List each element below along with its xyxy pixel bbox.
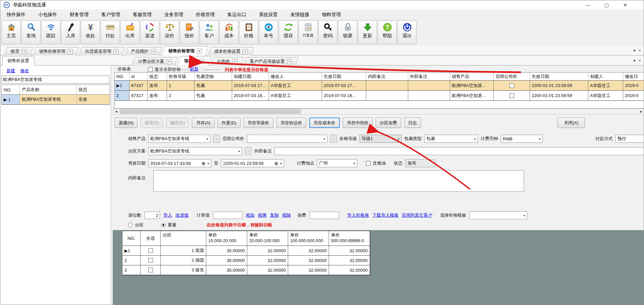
page-tab-2[interactable]: 公布价× <box>211 57 244 66</box>
tab-close-icon[interactable]: × <box>114 49 119 54</box>
column-header[interactable]: 启用公布价 <box>494 73 530 81</box>
close-page-button[interactable]: 关闭(X) <box>557 118 585 128</box>
table-row[interactable]: ▶ 1欧洲FBA空加派专线生效 <box>2 95 110 104</box>
zone-plan-select[interactable]: 欧洲FBA空加派专线▾ <box>148 147 242 155</box>
download-template-link[interactable]: 下载导入模板 <box>372 212 398 218</box>
multiply-link[interactable]: 相乘 <box>258 212 267 218</box>
toolbar-key-button[interactable]: 密码 <box>318 20 337 44</box>
toolbar-people-button[interactable]: 客户 <box>200 20 219 44</box>
column-header[interactable]: 包裹货物 <box>195 73 232 81</box>
menu-item-10[interactable]: 物料管理 <box>316 9 347 19</box>
column-header[interactable]: 销售产品 <box>450 73 494 81</box>
tab-close-icon[interactable]: × <box>243 49 248 54</box>
tab-close-icon[interactable]: × <box>151 49 156 54</box>
page-tab-3[interactable]: 客户产品等级设置× <box>244 57 299 66</box>
tab-close-icon[interactable]: × <box>232 59 237 64</box>
weight-radio[interactable]: 重量 <box>161 222 176 228</box>
action-button-7[interactable]: 另存成本价 <box>309 118 340 128</box>
price-cell[interactable]: 32.00000 <box>247 256 288 265</box>
internal-note-textarea[interactable] <box>153 170 524 192</box>
toolbar-lock-button[interactable]: 锁屏 <box>338 20 357 44</box>
price-cell[interactable]: 35.00000 <box>206 246 247 256</box>
product-filter-input[interactable]: 欧洲FBA空加派专线 <box>1 76 109 84</box>
valid-to-datepicker[interactable]: 2200-01-01 23:59:59 ▦▾ <box>221 159 284 167</box>
action-button-6[interactable]: 另存协议价 <box>276 118 306 128</box>
price-cell[interactable]: 32.00000 <box>288 265 329 275</box>
menu-item-3[interactable]: 客户管理 <box>95 9 126 19</box>
publish-price-checkbox[interactable] <box>509 93 514 98</box>
column-header[interactable]: NO. <box>115 73 129 81</box>
action-button-2[interactable]: 确定(C) <box>166 118 189 128</box>
toolbar-yen-button[interactable]: ¥收款 <box>81 20 100 44</box>
doc-tab-3[interactable]: 产品维护× <box>125 47 162 55</box>
edit-product-link[interactable]: 修改 <box>20 68 29 74</box>
publish-price-more-button[interactable]: · <box>330 135 337 143</box>
toolbar-refresh-button[interactable]: 缓存 <box>279 20 298 44</box>
menu-item-4[interactable]: 客服管理 <box>126 9 158 19</box>
doc-tab-1[interactable]: 销售价格管理× <box>33 47 79 55</box>
action-button-3[interactable]: 另存(A) <box>192 118 214 128</box>
refresh-link[interactable]: 刷新 <box>190 66 199 72</box>
zone-grid-row[interactable]: 33 捷克35.0000032.0000032.0000032.00000 <box>122 265 370 275</box>
toolbar-scanner-button[interactable]: 入库 <box>61 20 80 44</box>
menu-item-6[interactable]: 价格管理 <box>190 9 221 19</box>
toolbar-card-button[interactable]: 付款 <box>101 20 120 44</box>
menu-item-8[interactable]: 系统设置 <box>253 9 284 19</box>
column-header[interactable]: id <box>129 73 148 81</box>
doc-tab-5[interactable]: 成本价格设置× <box>208 47 254 55</box>
price-cell[interactable]: 32.00000 <box>288 246 329 256</box>
scrollbar-thumb[interactable] <box>120 109 301 114</box>
row-select-checkbox[interactable] <box>148 258 153 263</box>
row-select-checkbox[interactable] <box>148 248 153 253</box>
scroll-left-icon[interactable]: ◀ <box>113 109 119 114</box>
add-link[interactable]: 相加 <box>246 212 255 218</box>
price-cell[interactable]: 32.00000 <box>247 246 288 256</box>
tab-close-icon[interactable]: × <box>68 49 73 54</box>
sales-product-select[interactable]: 欧洲FBA空加派专线▾ <box>148 135 210 143</box>
price-grid-row[interactable]: ▶167337发布1包裹2019-07-03 17...A华磊甘工2019-07… <box>115 81 644 91</box>
price-cell[interactable]: 32.00000 <box>329 265 370 275</box>
apply-to-customers-link[interactable]: 应用到其它客户 <box>402 212 432 218</box>
price-cell[interactable]: 35.00000 <box>206 256 247 265</box>
doc-tab-0[interactable]: 收货× <box>4 47 33 55</box>
price-cell[interactable]: 32.00000 <box>329 246 370 256</box>
import-link[interactable]: 导入 <box>163 212 172 218</box>
action-button-0[interactable]: 新建(N) <box>115 118 138 128</box>
sales-product-more-button[interactable]: · <box>213 135 220 143</box>
action-button-10[interactable]: 日志 <box>404 118 421 128</box>
doc-tab-4[interactable]: 销售价格管理× <box>162 46 208 55</box>
tab-close-icon[interactable]: × <box>22 49 27 54</box>
toolbar-chart-button[interactable]: 成本 <box>219 20 238 44</box>
row-select-checkbox[interactable] <box>148 268 153 272</box>
page-tab-1[interactable]: 等级价× <box>177 56 211 66</box>
maximize-button[interactable]: ▢ <box>597 0 616 9</box>
toolbar-eye-button[interactable]: 单号 <box>259 20 278 44</box>
column-header[interactable]: 外部备注 <box>408 73 450 81</box>
payment-select[interactable]: 预付 <box>615 135 644 143</box>
column-header[interactable]: 修改日 <box>623 73 644 81</box>
zone-grid-row[interactable]: 22 德国35.0000032.0000032.0000032.00000 <box>122 256 370 265</box>
fuel-checkbox[interactable] <box>366 161 371 166</box>
toolbar-channel-button[interactable]: 渠道 <box>140 20 159 44</box>
currency-select[interactable]: RMB▾ <box>501 135 543 143</box>
tab-close-icon[interactable]: × <box>287 59 292 64</box>
adjust-value-link[interactable]: 改进值 <box>175 212 189 218</box>
zone-grid-row[interactable]: ▶11 英国35.0000032.0000032.0000032.00000 <box>122 246 370 256</box>
column-header[interactable]: 内部备注 <box>366 73 408 81</box>
menu-item-9[interactable]: 友情链接 <box>284 9 316 19</box>
page-tab-0[interactable]: 计费分区方案× <box>132 57 178 66</box>
action-button-1[interactable]: 保存(S) <box>141 118 163 128</box>
package-type-select[interactable]: 包裹▾ <box>424 135 478 143</box>
carry-input[interactable]: 2 <box>145 212 160 219</box>
column-header[interactable]: 创建人 <box>588 73 623 81</box>
horizontal-scrollbar[interactable]: ◀ ▶ <box>113 108 644 115</box>
price-cell[interactable]: 32.00000 <box>247 265 288 275</box>
show-all-prices-checkbox[interactable] <box>148 67 153 72</box>
tab-sales-price-settings[interactable]: 销售价设置 <box>2 56 34 66</box>
import-price-table-link[interactable]: 导入价格表 <box>347 212 369 218</box>
toolbar-calculator-button[interactable]: 计算器 <box>299 20 318 44</box>
price-grid-row[interactable]: 267317发布2包裹2019-07-03 16...A华磊甘工2019-07-… <box>115 91 644 101</box>
action-button-4[interactable]: 作废(D) <box>218 118 240 128</box>
divide-link[interactable]: 相除 <box>282 212 291 218</box>
price-cell[interactable]: 32.00000 <box>329 256 370 265</box>
